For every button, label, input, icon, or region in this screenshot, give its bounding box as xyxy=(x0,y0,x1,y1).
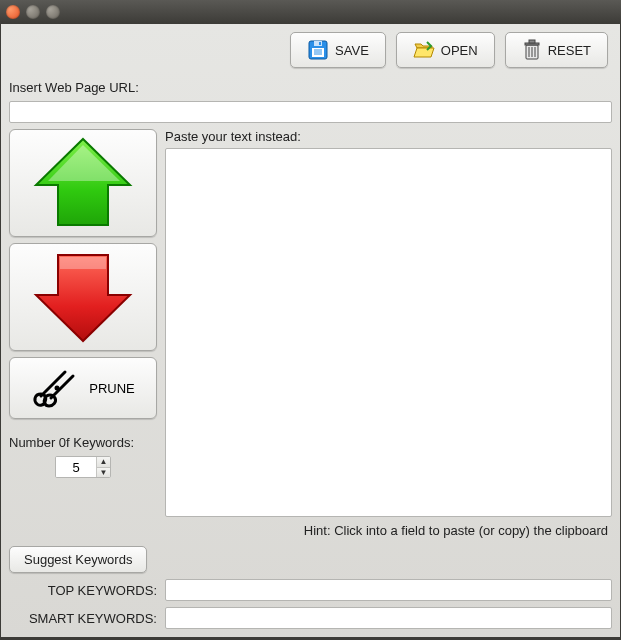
titlebar xyxy=(0,0,621,24)
open-button[interactable]: OPEN xyxy=(396,32,495,68)
down-arrow-icon xyxy=(28,249,138,345)
smart-keywords-input[interactable] xyxy=(165,607,612,629)
suggest-keywords-button[interactable]: Suggest Keywords xyxy=(9,546,147,573)
top-keywords-label: TOP KEYWORDS: xyxy=(9,583,157,598)
up-arrow-button[interactable] xyxy=(9,129,157,237)
save-button[interactable]: SAVE xyxy=(290,32,386,68)
toolbar: SAVE OPEN xyxy=(9,32,612,72)
up-arrow-icon xyxy=(28,135,138,231)
num-keywords-input[interactable] xyxy=(56,457,96,477)
prune-label: PRUNE xyxy=(89,381,135,396)
svg-rect-12 xyxy=(529,40,535,43)
app-window: SAVE OPEN xyxy=(0,24,621,638)
maximize-icon[interactable] xyxy=(46,5,60,19)
save-label: SAVE xyxy=(335,43,369,58)
folder-open-icon xyxy=(413,40,435,60)
url-label: Insert Web Page URL: xyxy=(9,80,612,95)
reset-button[interactable]: RESET xyxy=(505,32,608,68)
minimize-icon[interactable] xyxy=(26,5,40,19)
close-icon[interactable] xyxy=(6,5,20,19)
suggest-keywords-label: Suggest Keywords xyxy=(24,552,132,567)
stepper-up-icon[interactable]: ▲ xyxy=(97,457,110,468)
trash-icon xyxy=(522,39,542,61)
svg-rect-6 xyxy=(319,42,321,45)
floppy-icon xyxy=(307,39,329,61)
paste-label: Paste your text instead: xyxy=(165,129,612,144)
svg-point-13 xyxy=(55,386,60,391)
prune-button[interactable]: PRUNE xyxy=(9,357,157,419)
shears-icon xyxy=(31,366,81,410)
num-keywords-stepper[interactable]: ▲ ▼ xyxy=(55,456,111,478)
down-arrow-button[interactable] xyxy=(9,243,157,351)
url-input[interactable] xyxy=(9,101,612,123)
num-keywords-label: Number 0f Keywords: xyxy=(9,435,157,450)
open-label: OPEN xyxy=(441,43,478,58)
hint-text: Hint: Click into a field to paste (or co… xyxy=(165,521,612,538)
paste-textarea[interactable] xyxy=(165,148,612,517)
reset-label: RESET xyxy=(548,43,591,58)
smart-keywords-label: SMART KEYWORDS: xyxy=(9,611,157,626)
stepper-down-icon[interactable]: ▼ xyxy=(97,468,110,478)
top-keywords-input[interactable] xyxy=(165,579,612,601)
